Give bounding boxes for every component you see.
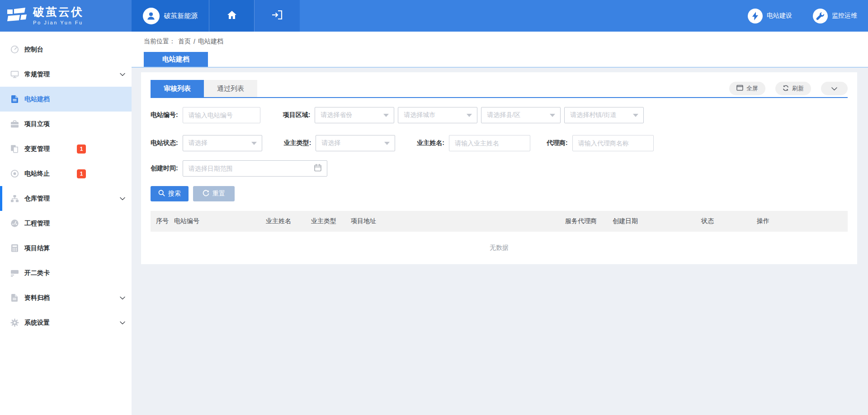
column-header-actions: 操作 [751, 217, 848, 225]
sidebar-item-open-card[interactable]: 开二类卡 [0, 261, 132, 285]
sidebar-item-label: 系统设置 [24, 319, 50, 327]
region-label: 项目区域: [283, 111, 311, 119]
avatar [143, 8, 160, 24]
sidebar-item-label: 电站建档 [24, 95, 50, 103]
brand-subtitle: Po Jian Yun Fu [33, 20, 84, 25]
sidebar-item-label: 控制台 [24, 46, 43, 54]
sidebar-item-label: 项目结算 [24, 244, 50, 252]
panel-toolbar: 全屏 刷新 [729, 80, 848, 97]
file-icon [10, 95, 19, 104]
create-time-label: 创建时间: [151, 164, 178, 173]
page-tab-station-archive[interactable]: 电站建档 [144, 52, 208, 67]
empty-table-message: 无数据 [151, 232, 848, 264]
station-no-input[interactable] [183, 107, 260, 123]
sidebar-item-general-mgmt[interactable]: 常规管理 [0, 62, 132, 87]
sitemap-icon [10, 194, 19, 203]
reset-icon [203, 190, 209, 198]
calendar-icon [314, 164, 321, 173]
owner-name-input[interactable] [449, 135, 530, 151]
brand-logo: 破茧云伏 Po Jian Yun Fu [0, 0, 132, 32]
brand-name: 破茧云伏 [33, 6, 84, 18]
sidebar-item-label: 仓库管理 [24, 195, 50, 203]
tab-passed-list[interactable]: 通过列表 [204, 80, 257, 97]
sidebar-item-station-archive[interactable]: 电站建档 [0, 87, 132, 112]
list-tabs-row: 审核列表 通过列表 全屏 [151, 80, 848, 97]
column-header-project-address: 项目地址 [345, 217, 560, 225]
column-header-owner-name: 业主姓名 [260, 217, 306, 225]
owner-type-select[interactable]: 请选择 [316, 135, 395, 151]
filter-actions: 搜索 重置 [151, 186, 848, 201]
owner-type-value: 请选择 [321, 139, 340, 147]
owner-type-label: 业主类型: [284, 139, 311, 147]
sidebar-item-data-archive[interactable]: 资料归档 [0, 285, 132, 310]
gauge-icon [10, 45, 19, 54]
refresh-button[interactable]: 刷新 [775, 82, 811, 95]
sidebar-item-warehouse-mgmt[interactable]: 仓库管理 [0, 186, 132, 211]
top-header: 破茧云伏 Po Jian Yun Fu 破茧新能源 [0, 0, 868, 32]
caret-down-icon [550, 114, 555, 117]
brand-mark-icon [7, 7, 27, 24]
main-content: 当前位置： 首页 / 电站建档 电站建档 审核列表 通过列表 全屏 [132, 32, 868, 415]
breadcrumb-current: 电站建档 [198, 37, 223, 46]
fullscreen-button[interactable]: 全屏 [729, 82, 765, 95]
chevron-down-icon [831, 85, 837, 92]
reset-button-label: 重置 [212, 190, 225, 198]
province-select-value: 请选择省份 [321, 111, 352, 119]
logout-button[interactable] [254, 0, 300, 32]
notification-badge: 1 [77, 169, 86, 178]
county-select[interactable]: 请选择县/区 [481, 107, 561, 123]
breadcrumb-home-link[interactable]: 首页 [178, 37, 191, 46]
refresh-icon [783, 85, 789, 93]
sidebar-item-change-mgmt[interactable]: 变更管理 1 [0, 136, 132, 161]
caret-down-icon [384, 142, 390, 145]
sidebar-item-station-terminate[interactable]: 电站终止 1 [0, 161, 132, 186]
caret-down-icon [467, 114, 472, 117]
breadcrumb-tab-strip: 当前位置： 首页 / 电站建档 电站建档 [132, 32, 868, 68]
village-select[interactable]: 请选择村镇/街道 [564, 107, 644, 123]
city-select[interactable]: 请选择城市 [398, 107, 477, 123]
fullscreen-icon [736, 85, 743, 92]
search-icon [158, 190, 165, 198]
lightning-icon [748, 9, 763, 23]
sidebar-item-engineering-mgmt[interactable]: 工程管理 [0, 211, 132, 236]
agent-input[interactable] [572, 135, 654, 151]
station-status-select[interactable]: 请选择 [183, 135, 262, 151]
filter-row-3: 创建时间: [151, 160, 848, 177]
column-header-status: 状态 [696, 217, 751, 225]
date-range-picker[interactable] [183, 160, 327, 177]
archive-doc-icon [10, 294, 19, 303]
reset-button[interactable]: 重置 [193, 186, 235, 201]
header-spacer [300, 0, 748, 32]
sidebar-item-console[interactable]: 控制台 [0, 37, 132, 62]
logout-icon [272, 10, 283, 21]
nav-station-build[interactable]: 电站建设 [748, 0, 792, 32]
monitor-icon [10, 70, 19, 79]
tab-audit-list[interactable]: 审核列表 [151, 80, 204, 97]
user-menu[interactable]: 破茧新能源 [132, 0, 209, 32]
refresh-label: 刷新 [792, 84, 804, 93]
wrench-icon [813, 9, 828, 23]
date-range-input[interactable] [189, 165, 314, 172]
copy-icon [10, 145, 19, 154]
dashboard-icon [10, 219, 19, 228]
filter-row-2: 电站状态: 请选择 业主类型: 请选择 业主姓名: 代理商: [151, 135, 848, 151]
sidebar-item-system-settings[interactable]: 系统设置 [0, 310, 132, 335]
county-select-value: 请选择县/区 [487, 111, 520, 119]
card-icon [10, 269, 19, 278]
city-select-value: 请选择城市 [404, 111, 435, 119]
collapse-button[interactable] [821, 82, 848, 95]
sidebar-item-label: 开二类卡 [24, 269, 50, 277]
chevron-down-icon [120, 321, 125, 324]
province-select[interactable]: 请选择省份 [315, 107, 394, 123]
home-button[interactable] [209, 0, 254, 32]
nav-monitor-ops[interactable]: 监控运维 [813, 0, 857, 32]
sidebar-item-project-settlement[interactable]: 项目结算 [0, 236, 132, 261]
search-button[interactable]: 搜索 [151, 186, 189, 201]
chevron-down-icon [120, 197, 125, 200]
breadcrumb: 当前位置： 首页 / 电站建档 [144, 37, 223, 46]
station-status-value: 请选择 [189, 139, 208, 147]
caret-down-icon [633, 114, 638, 117]
table-header-row: 序号 电站编号 业主姓名 业主类型 项目地址 服务代理商 创建日期 状态 操作 [151, 211, 848, 232]
sidebar-item-project-initiation[interactable]: 项目立项 [0, 112, 132, 136]
briefcase-icon [10, 120, 19, 129]
